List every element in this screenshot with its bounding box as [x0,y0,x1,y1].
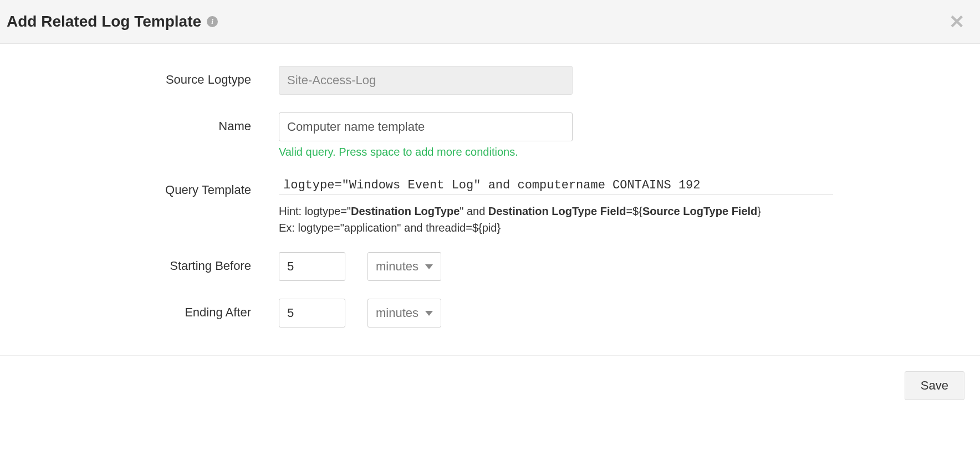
modal-header: Add Related Log Template i ✕ [0,0,980,44]
source-logtype-value: Site-Access-Log [279,66,573,95]
ending-after-unit-label: minutes [376,306,418,320]
close-icon[interactable]: ✕ [949,12,964,31]
modal-title-wrap: Add Related Log Template i [7,13,218,30]
ending-after-unit-select[interactable]: minutes [368,299,441,327]
starting-before-input[interactable] [279,252,345,281]
validation-message: Valid query. Press space to add more con… [279,146,964,158]
modal-footer: Save [0,356,980,416]
save-button[interactable]: Save [905,371,964,400]
row-name: Name Valid query. Press space to add mor… [16,112,964,158]
starting-before-unit-label: minutes [376,259,418,274]
modal-body: Source Logtype Site-Access-Log Name Vali… [0,44,980,355]
label-source-logtype: Source Logtype [16,66,279,87]
row-ending-after: Ending After minutes [16,299,964,327]
info-icon[interactable]: i [207,16,218,27]
name-input[interactable] [279,112,573,141]
chevron-down-icon [425,264,433,269]
label-name: Name [16,112,279,134]
label-ending-after: Ending After [16,299,279,320]
label-query-template: Query Template [16,176,279,197]
modal-title: Add Related Log Template [7,13,201,30]
label-starting-before: Starting Before [16,252,279,273]
row-starting-before: Starting Before minutes [16,252,964,281]
query-input[interactable] [279,176,833,195]
query-example: Ex: logtype="application" and threadid=$… [279,222,964,234]
row-source-logtype: Source Logtype Site-Access-Log [16,66,964,95]
starting-before-unit-select[interactable]: minutes [368,252,441,281]
query-hint: Hint: logtype="Destination LogType" and … [279,203,964,219]
chevron-down-icon [425,311,433,316]
ending-after-input[interactable] [279,299,345,327]
row-query-template: Query Template Hint: logtype="Destinatio… [16,176,964,234]
